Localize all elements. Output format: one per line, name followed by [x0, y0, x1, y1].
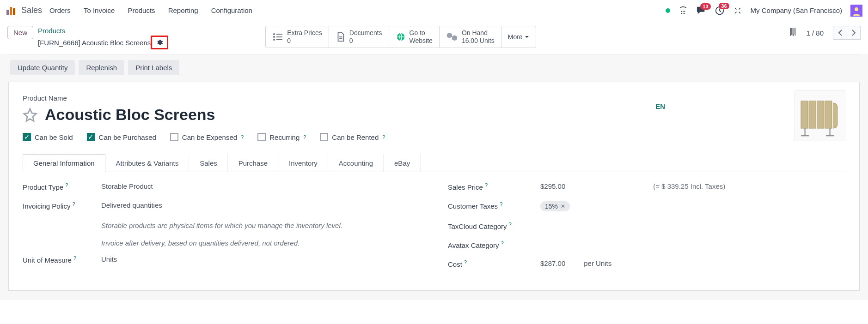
pager-prev-button[interactable]	[833, 26, 847, 40]
nav-to-invoice[interactable]: To Invoice	[84, 6, 115, 14]
messages-icon[interactable]: 13	[696, 6, 706, 15]
help-icon[interactable]: ?	[500, 201, 502, 207]
product-thumbnail-icon	[795, 91, 845, 141]
activities-icon[interactable]: 36	[715, 6, 725, 16]
action-menu-gear[interactable]	[151, 36, 168, 49]
svg-point-8	[684, 12, 685, 13]
svg-rect-19	[801, 101, 808, 128]
stat-label: Go to	[410, 29, 433, 37]
breadcrumb: Products [FURN_6666] Acoustic Bloc Scree…	[38, 26, 168, 49]
nav-orders[interactable]: Orders	[49, 6, 71, 14]
check-icon	[170, 133, 178, 141]
tab-accounting[interactable]: Accounting	[328, 154, 384, 172]
favorite-star-icon[interactable]	[23, 108, 37, 122]
svg-rect-17	[276, 39, 282, 40]
voip-icon[interactable]	[679, 6, 688, 15]
help-icon[interactable]: ?	[485, 182, 488, 188]
globe-icon	[396, 32, 406, 42]
help-icon[interactable]: ?	[241, 134, 244, 140]
cost-field[interactable]: $287.00	[540, 259, 565, 267]
stat-documents[interactable]: Documents0	[329, 26, 389, 48]
app-logo-icon	[6, 5, 17, 16]
document-icon	[336, 32, 346, 42]
tab-general-information[interactable]: General Information	[23, 154, 105, 172]
tab-sales[interactable]: Sales	[189, 154, 228, 172]
cost-per-unit: per Units	[584, 259, 611, 267]
nav-configuration[interactable]: Configuration	[211, 6, 252, 14]
brand[interactable]: Sales	[6, 5, 42, 16]
help-icon[interactable]: ?	[464, 259, 467, 265]
form-grid: Product Type ? Storable Product Invoicin…	[23, 182, 845, 278]
stat-value: 0	[349, 37, 382, 45]
update-quantity-button[interactable]: Update Quantity	[10, 60, 75, 75]
replenish-button[interactable]: Replenish	[79, 60, 124, 75]
app-name: Sales	[21, 6, 42, 15]
tab-inventory[interactable]: Inventory	[278, 154, 328, 172]
tag-remove-icon[interactable]: ✕	[561, 203, 565, 210]
svg-point-16	[273, 39, 275, 41]
stat-value: 16.00 Units	[462, 37, 495, 45]
print-labels-button[interactable]: Print Labels	[128, 60, 179, 75]
tab-attributes-variants[interactable]: Attributes & Variants	[105, 154, 189, 172]
uom-label: Unit of Measure	[23, 256, 72, 264]
help-icon[interactable]: ?	[509, 222, 512, 227]
svg-point-7	[683, 12, 684, 13]
product-image[interactable]	[795, 90, 845, 141]
tab-purchase[interactable]: Purchase	[228, 154, 278, 172]
checkbox-row: ✓Can be Sold ✓Can be Purchased Can be Ex…	[23, 133, 845, 141]
form-col-right: Sales Price ? $295.00(= $ 339.25 Incl. T…	[448, 182, 845, 278]
stat-buttons: Extra Prices0 Documents0 Go toWebsite On…	[265, 26, 536, 48]
product-name-field[interactable]: Acoustic Bloc Screens	[45, 106, 215, 124]
chevron-left-icon	[838, 30, 843, 36]
recurring-checkbox[interactable]: Recurring?	[257, 133, 306, 141]
navbar-right: 13 36 My Company (San Francisco)	[666, 5, 862, 17]
help-icon[interactable]: ?	[73, 201, 75, 207]
nav-reporting[interactable]: Reporting	[168, 6, 198, 14]
breadcrumb-current: [FURN_6666] Acoustic Bloc Screens	[38, 38, 151, 48]
pager-arrows	[833, 26, 861, 40]
help-icon[interactable]: ?	[501, 240, 504, 246]
bookmark-icon[interactable]	[789, 28, 797, 38]
stat-more-button[interactable]: More	[501, 26, 536, 48]
page-counter[interactable]: 1 / 80	[806, 29, 824, 37]
svg-point-11	[855, 7, 858, 11]
user-avatar[interactable]	[850, 5, 862, 17]
can-be-purchased-checkbox[interactable]: ✓Can be Purchased	[87, 133, 156, 141]
debug-icon[interactable]	[733, 6, 742, 15]
can-be-rented-checkbox[interactable]: Can be Rented?	[320, 133, 385, 141]
svg-rect-2	[13, 8, 15, 15]
stat-label: Extra Prices	[287, 29, 322, 37]
can-be-sold-checkbox[interactable]: ✓Can be Sold	[23, 133, 73, 141]
pager-next-button[interactable]	[847, 26, 861, 40]
stat-value: Website	[410, 37, 433, 45]
stat-extra-prices[interactable]: Extra Prices0	[266, 26, 329, 48]
form-col-left: Product Type ? Storable Product Invoicin…	[23, 182, 420, 278]
can-be-expensed-checkbox[interactable]: Can be Expensed?	[170, 133, 244, 141]
product-type-field[interactable]: Storable Product	[101, 182, 420, 190]
help-icon[interactable]: ?	[382, 134, 385, 140]
caret-down-icon	[525, 35, 529, 39]
tax-tag[interactable]: 15%✕	[540, 201, 570, 211]
activities-badge: 36	[719, 3, 729, 9]
nav-menu: Orders To Invoice Products Reporting Con…	[49, 6, 252, 14]
nav-products[interactable]: Products	[128, 6, 155, 14]
uom-field[interactable]: Units	[101, 255, 420, 263]
breadcrumb-products-link[interactable]: Products	[38, 26, 168, 36]
svg-point-4	[683, 11, 684, 12]
help-icon[interactable]: ?	[65, 182, 68, 188]
invoicing-policy-field[interactable]: Delivered quantities	[101, 201, 420, 209]
company-selector[interactable]: My Company (San Francisco)	[751, 6, 842, 14]
check-icon	[257, 133, 266, 141]
tab-ebay[interactable]: eBay	[384, 154, 421, 172]
stat-go-to-website[interactable]: Go toWebsite	[389, 26, 440, 48]
help-icon[interactable]: ?	[73, 255, 76, 261]
new-button[interactable]: New	[7, 26, 33, 39]
svg-rect-13	[276, 34, 282, 35]
cb-label: Can be Rented	[332, 133, 379, 141]
sales-price-field[interactable]: $295.00	[540, 182, 565, 190]
cb-label: Can be Sold	[35, 133, 73, 141]
language-badge[interactable]: EN	[655, 102, 665, 110]
product-type-help: Storable products are physical items for…	[101, 220, 420, 231]
help-icon[interactable]: ?	[303, 134, 306, 140]
stat-on-hand[interactable]: On Hand16.00 Units	[440, 26, 501, 48]
